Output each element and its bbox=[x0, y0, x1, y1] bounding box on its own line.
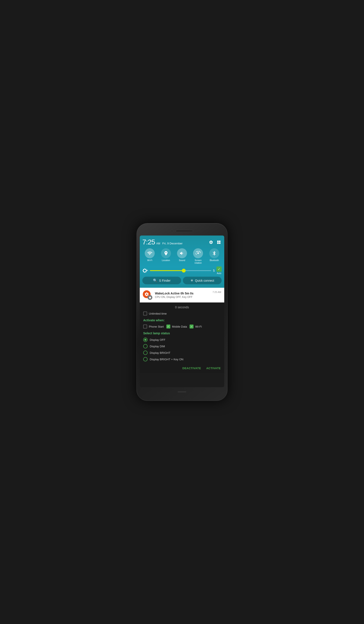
s-finder-label: S Finder bbox=[159, 279, 171, 282]
time-display: 7:25 bbox=[142, 238, 155, 246]
radio-display-dim-outer bbox=[143, 344, 148, 348]
notification-card[interactable]: WakeLock Active 0h 5m 0s CPU ON, Display… bbox=[140, 288, 224, 303]
lamp-radio-group: Display OFF Display DIM Display BRIGHT D… bbox=[143, 338, 221, 362]
grid-icon[interactable] bbox=[216, 239, 222, 245]
home-button[interactable] bbox=[178, 391, 186, 392]
phone-bottom-bar bbox=[140, 389, 224, 394]
unlimited-time-label: Unlimited time bbox=[149, 312, 167, 315]
wifi-activate-row[interactable]: ✓ Wi-Fi bbox=[190, 325, 202, 328]
unlimited-time-checkbox[interactable] bbox=[143, 312, 147, 315]
notification-title: WakeLock Active 0h 5m 0s bbox=[155, 292, 210, 295]
brightness-icon: A bbox=[142, 268, 148, 273]
radio-display-dim[interactable]: Display DIM bbox=[143, 344, 221, 348]
status-icons bbox=[208, 239, 222, 245]
select-lamp-title: Select lamp status bbox=[143, 332, 221, 335]
action-buttons: DEACTIVATE ACTIVATE bbox=[143, 365, 221, 370]
bluetooth-tile-label: Bluetooth bbox=[210, 259, 219, 262]
radio-display-bright-key-outer bbox=[143, 357, 148, 362]
location-tile-icon bbox=[161, 248, 171, 258]
radio-display-bright-key-label: Display BRIGHT + Key ON bbox=[150, 358, 183, 361]
time-section: 7:25 AM Fri, 9 December bbox=[142, 238, 182, 246]
tile-location[interactable]: Location bbox=[158, 248, 173, 264]
front-camera bbox=[171, 230, 173, 232]
location-tile-label: Location bbox=[162, 259, 170, 262]
notification-icon-container bbox=[143, 290, 152, 300]
radio-display-off-inner bbox=[144, 339, 147, 341]
wakelock-icon-sub bbox=[148, 295, 152, 300]
radio-display-bright-outer bbox=[143, 351, 148, 355]
notification-content: WakeLock Active 0h 5m 0s CPU ON, Display… bbox=[155, 292, 210, 299]
phone-device: 7:25 AM Fri, 9 December bbox=[136, 223, 228, 401]
wifi-activate-label: Wi-Fi bbox=[195, 325, 202, 328]
brightness-auto-label: Auto bbox=[217, 272, 221, 275]
timer-display: 0 seconds bbox=[143, 306, 221, 309]
radio-display-off-outer bbox=[143, 338, 148, 342]
quick-tiles: Wi-Fi Location bbox=[142, 248, 222, 264]
sound-tile-icon bbox=[177, 248, 187, 258]
bluetooth-tile-icon bbox=[209, 248, 219, 258]
notification-time: 7:25 AM bbox=[212, 291, 221, 293]
status-row: 7:25 AM Fri, 9 December bbox=[142, 238, 222, 246]
quick-connect-button[interactable]: ✳ Quick connect bbox=[183, 277, 222, 284]
date-display: Fri, 9 December bbox=[162, 242, 182, 245]
tile-sound[interactable]: Sound bbox=[175, 248, 189, 264]
brightness-row: A 5 ✓ Auto bbox=[142, 266, 222, 275]
radio-display-bright-key[interactable]: Display BRIGHT + Key ON bbox=[143, 357, 221, 362]
sound-tile-label: Sound bbox=[179, 259, 185, 262]
brightness-auto-group: ✓ Auto bbox=[216, 266, 222, 275]
activate-when-title: Activate when: bbox=[143, 318, 221, 322]
radio-display-bright[interactable]: Display BRIGHT bbox=[143, 351, 221, 355]
tile-screen-rotation[interactable]: Screenrotation bbox=[191, 248, 206, 264]
quick-actions: 🔍 S Finder ✳ Quick connect bbox=[142, 277, 222, 286]
speaker-grille bbox=[176, 230, 193, 232]
activate-button[interactable]: ACTIVATE bbox=[206, 366, 221, 370]
deactivate-button[interactable]: DEACTIVATE bbox=[182, 366, 201, 370]
asterisk-icon: ✳ bbox=[190, 278, 193, 283]
brightness-slider[interactable] bbox=[150, 270, 211, 271]
tile-bluetooth[interactable]: Bluetooth bbox=[207, 248, 222, 264]
wifi-tile-icon bbox=[145, 248, 155, 258]
quick-connect-label: Quick connect bbox=[195, 279, 214, 282]
brightness-fill bbox=[150, 270, 184, 271]
brightness-thumb bbox=[182, 269, 186, 273]
mobile-data-label: Mobile Data bbox=[172, 325, 187, 328]
phone-top-bar bbox=[140, 228, 224, 234]
notification-panel: 7:25 AM Fri, 9 December bbox=[140, 235, 224, 288]
wifi-activate-checkbox[interactable]: ✓ bbox=[190, 325, 193, 328]
s-finder-button[interactable]: 🔍 S Finder bbox=[142, 277, 181, 284]
time-ampm: AM bbox=[156, 242, 160, 245]
activate-when-row: Phone Start ✓ Mobile Data ✓ Wi-Fi bbox=[143, 325, 221, 328]
phone-start-row[interactable]: Phone Start bbox=[143, 325, 164, 328]
unlimited-time-row[interactable]: Unlimited time bbox=[143, 312, 221, 315]
notification-subtitle: CPU ON, Display OFF, Key OFF bbox=[155, 296, 210, 299]
phone-screen: 7:25 AM Fri, 9 December bbox=[140, 235, 224, 387]
radio-display-dim-label: Display DIM bbox=[150, 345, 165, 348]
radio-display-off-label: Display OFF bbox=[150, 338, 165, 341]
radio-display-off[interactable]: Display OFF bbox=[143, 338, 221, 342]
mobile-data-row[interactable]: ✓ Mobile Data bbox=[166, 325, 187, 328]
auto-indicator: A bbox=[147, 269, 148, 271]
brightness-number: 5 bbox=[213, 269, 215, 272]
phone-start-label: Phone Start bbox=[149, 325, 164, 328]
screen-rotation-tile-label: Screenrotation bbox=[195, 259, 202, 264]
brightness-auto-checkbox[interactable]: ✓ bbox=[216, 266, 222, 272]
settings-icon[interactable] bbox=[208, 239, 214, 245]
rotation-tile-icon bbox=[193, 248, 203, 258]
mobile-data-checkbox[interactable]: ✓ bbox=[166, 325, 170, 328]
wifi-tile-label: Wi-Fi bbox=[147, 259, 152, 262]
app-content: 0 seconds Unlimited time Activate when: … bbox=[140, 303, 224, 373]
phone-start-checkbox[interactable] bbox=[143, 325, 147, 328]
tile-wifi[interactable]: Wi-Fi bbox=[142, 248, 157, 264]
search-icon: 🔍 bbox=[153, 278, 157, 283]
radio-display-bright-label: Display BRIGHT bbox=[150, 351, 170, 355]
